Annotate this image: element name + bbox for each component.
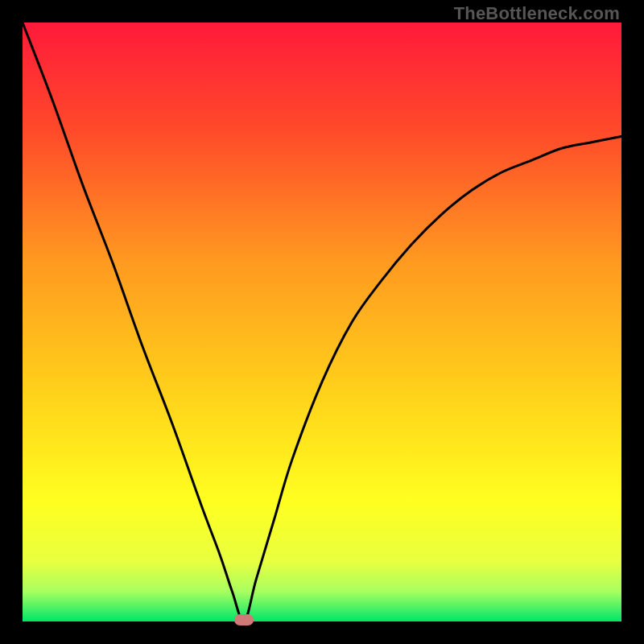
optimal-point-marker — [234, 614, 254, 625]
chart-frame — [23, 23, 621, 621]
bottleneck-chart — [23, 23, 621, 621]
watermark-text: TheBottleneck.com — [454, 3, 620, 24]
gradient-background — [23, 23, 621, 621]
